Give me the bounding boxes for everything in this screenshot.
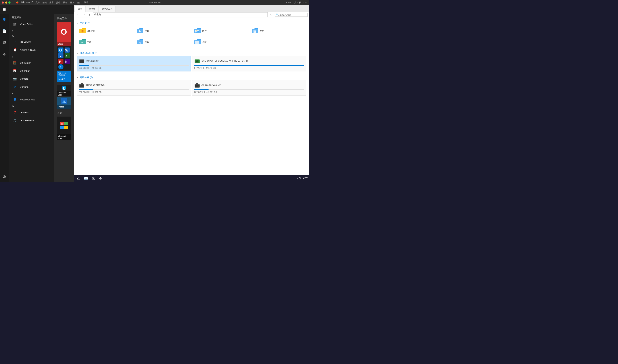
tile-photos[interactable]: Photos xyxy=(57,97,71,109)
tile-office[interactable]: O Office xyxy=(57,22,71,46)
folder-3d-objects[interactable]: 3D 对象 xyxy=(77,26,133,36)
app-label-get-help: Get Help xyxy=(20,111,29,114)
svg-point-48 xyxy=(83,86,84,87)
time-display: 4:56 xyxy=(303,1,307,4)
mac-window-controls[interactable] xyxy=(2,1,11,4)
section-recent-label: 最近添加 xyxy=(11,14,52,20)
network-chevron: ▼ xyxy=(77,77,79,78)
folders-section-header[interactable]: ▼ 文件夹 (7) xyxy=(77,20,306,26)
office-logo-svg: O xyxy=(59,26,69,37)
app-item-camera[interactable]: 📷 Camera xyxy=(11,75,52,83)
svg-text:⊞: ⊞ xyxy=(61,122,64,125)
menu-device[interactable]: 设备 xyxy=(63,1,67,4)
close-button[interactable] xyxy=(2,1,4,4)
camera-icon: 📷 xyxy=(12,76,18,82)
network-section-header[interactable]: ▼ 网络位置 (2) xyxy=(77,74,306,80)
tab-manage[interactable]: 管理 xyxy=(75,6,85,12)
efficient-label: 高效工作 xyxy=(57,17,71,20)
refresh-button[interactable]: ↻ xyxy=(269,13,274,16)
sidebar-power-icon[interactable]: ⏻ xyxy=(1,173,8,180)
sidebar-photos-icon[interactable]: 🖼 xyxy=(1,39,8,46)
fe-address-bar: ← → ↑ 此电脑 ↻ 🔍 xyxy=(74,12,309,18)
tiles-grid-store: ⊞ Microsoft Store xyxy=(57,117,71,140)
svg-text:♫: ♫ xyxy=(139,41,141,44)
minimize-button[interactable] xyxy=(5,1,7,4)
tile-store[interactable]: ⊞ Microsoft Store xyxy=(57,117,71,140)
browse-label: 浏览 xyxy=(57,112,71,115)
app-item-calendar[interactable]: 📅 Calendar xyxy=(11,67,52,75)
tile-mail[interactable]: We speak Outlook Mail ✉ xyxy=(57,71,71,82)
tab-drive-tools[interactable]: 驱动器工具 xyxy=(99,6,116,12)
network-z-bar xyxy=(194,89,209,90)
app-item-calculator[interactable]: 🧮 Calculator xyxy=(11,59,52,67)
taskbar-photos[interactable]: 🖼 xyxy=(90,175,96,182)
tab-this-pc[interactable]: 此电脑 xyxy=(86,6,98,12)
svg-rect-39 xyxy=(80,62,81,62)
char-g[interactable]: G xyxy=(11,104,52,108)
forward-button[interactable]: → xyxy=(82,13,86,16)
taskbar-explorer[interactable]: 🗂 xyxy=(75,175,82,182)
network-z[interactable]: AllFiles on 'Mac' (Z:) 807 GB 可用，共 931 G… xyxy=(192,80,306,95)
app-item-get-help[interactable]: ❓ Get Help xyxy=(11,108,52,116)
main-area: ☰ 👤 📄 🖼 ⚙ ⏻ 最近添加 🎬 Video Editor # A xyxy=(0,5,309,182)
word-icon: W xyxy=(64,48,70,52)
menu-window[interactable]: 窗口 xyxy=(77,1,81,4)
folder-documents[interactable]: 文档 xyxy=(250,26,306,36)
app-item-video-editor[interactable]: 🎬 Video Editor xyxy=(11,20,52,28)
battery-status: 100% xyxy=(286,1,291,4)
char-c[interactable]: C xyxy=(11,54,52,59)
menu-edit[interactable]: 编辑 xyxy=(42,1,47,4)
menu-action[interactable]: 操作 xyxy=(56,1,61,4)
tile-ms-apps[interactable]: O W ☁ X P xyxy=(57,46,71,70)
app-item-3d-viewer[interactable]: ⬡ 3D Viewer xyxy=(11,38,52,46)
folder-videos[interactable]: 视频 xyxy=(134,26,191,36)
sidebar-settings-icon[interactable]: ⚙ xyxy=(1,51,8,58)
svg-rect-30 xyxy=(253,30,256,33)
app-item-feedback[interactable]: 👤 Feedback Hub xyxy=(11,95,52,104)
taskbar-mail[interactable]: 📧 xyxy=(83,175,89,182)
network-y[interactable]: Home on 'Mac' (Y:) 807 GB 可用，共 931 GB xyxy=(77,80,191,95)
start-menu-body: 👤 📄 🖼 ⚙ ⏻ 最近添加 🎬 Video Editor # A ⬡ 3D V… xyxy=(0,14,74,182)
cortana-icon: ○ xyxy=(12,84,18,90)
sidebar-user-icon[interactable]: 👤 xyxy=(1,16,8,23)
folders-chevron: ▼ xyxy=(77,22,79,24)
sidebar-docs-icon[interactable]: 📄 xyxy=(1,27,8,35)
calculator-icon: 🧮 xyxy=(12,60,18,66)
mac-menu-bar[interactable]: 🍎 Windows 10 文件 编辑 查看 操作 设备 开发 窗口 帮助 xyxy=(16,1,88,4)
menu-dev[interactable]: 开发 xyxy=(70,1,74,4)
skype-icon: S xyxy=(58,64,64,69)
back-button[interactable]: ← xyxy=(75,13,80,16)
folder-pictures[interactable]: 图片 xyxy=(192,26,249,36)
devices-section-header[interactable]: ▼ 设备和驱动器 (2) xyxy=(77,50,306,56)
char-f[interactable]: F xyxy=(11,91,52,95)
folder-music[interactable]: ♫ 音乐 xyxy=(134,37,191,47)
menu-windows10[interactable]: Windows 10 xyxy=(21,1,33,4)
network-z-info: 807 GB 可用，共 931 GB xyxy=(194,91,304,93)
up-button[interactable]: ↑ xyxy=(88,13,91,16)
folder-3d-icon xyxy=(78,27,86,35)
char-a[interactable]: A xyxy=(11,33,52,38)
folder-downloads[interactable]: 下载 xyxy=(77,37,133,47)
menu-help[interactable]: 帮助 xyxy=(84,1,88,4)
menu-apple[interactable]: 🍎 xyxy=(16,1,19,4)
taskbar-settings[interactable]: ⚙ xyxy=(97,175,104,182)
search-input[interactable] xyxy=(275,13,308,17)
onedrive-icon: ☁ xyxy=(58,53,64,58)
app-item-groove[interactable]: 🎵 Groove Music xyxy=(11,116,52,124)
address-bar[interactable]: 此电脑 xyxy=(93,12,268,17)
folder-desktop[interactable]: 桌面 xyxy=(192,37,249,47)
devices-section-label: 设备和驱动器 (2) xyxy=(80,52,98,55)
tile-office-label: Office xyxy=(57,42,71,46)
drive-d-header: DVD 驱动器 (D:) CCCOMA_X64FRE_ZH-CN_D xyxy=(194,58,304,64)
char-hash[interactable]: # xyxy=(11,28,52,33)
hamburger-button[interactable]: ☰ xyxy=(3,8,6,12)
network-z-name: AllFiles on 'Mac' (Z:) xyxy=(201,84,221,86)
app-item-alarms[interactable]: ⏰ Alarms & Clock xyxy=(11,46,52,54)
app-item-cortana[interactable]: ○ Cortana xyxy=(11,83,52,91)
maximize-button[interactable] xyxy=(8,1,11,4)
drive-c[interactable]: 本地磁盘 (C:) 232 GB 可用，共 255 GB xyxy=(77,56,191,71)
tile-edge[interactable]: Microsoft Edge xyxy=(57,85,71,96)
menu-file[interactable]: 文件 xyxy=(36,1,40,4)
drive-d[interactable]: DVD 驱动器 (D:) CCCOMA_X64FRE_ZH-CN_D 0 字节可… xyxy=(192,56,306,71)
menu-view[interactable]: 查看 xyxy=(49,1,54,4)
